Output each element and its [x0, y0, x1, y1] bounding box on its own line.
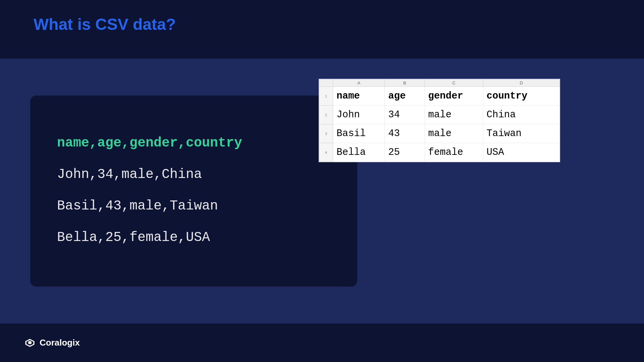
csv-row-3: Bella,25,female,USA — [57, 222, 330, 253]
csv-row-1: John,34,male,China — [57, 159, 330, 190]
cell: country — [483, 87, 559, 106]
cell: 34 — [385, 106, 425, 124]
table-row: 4 Bella 25 female USA — [319, 143, 560, 162]
cell: Taiwan — [483, 124, 559, 143]
csv-header-line: name,age,gender,country — [57, 127, 330, 159]
cell: male — [425, 106, 483, 124]
spreadsheet-view: A B C D 1 name age gender country 2 John… — [319, 79, 560, 162]
column-header-b: B — [385, 79, 425, 87]
slide-title: What is CSV data? — [34, 15, 610, 34]
column-header-d: D — [483, 79, 559, 87]
coralogix-icon — [24, 338, 36, 348]
cell: 43 — [385, 124, 425, 143]
cell: female — [425, 143, 483, 162]
column-header-a: A — [333, 79, 385, 87]
csv-row-2: Basil,43,male,Taiwan — [57, 190, 330, 222]
cell: Basil — [333, 124, 385, 143]
cell: John — [333, 106, 385, 124]
brand-logo: Coralogix — [24, 338, 80, 348]
cell: 25 — [385, 143, 425, 162]
table-row: 3 Basil 43 male Taiwan — [319, 124, 560, 143]
row-number: 4 — [319, 143, 333, 162]
table-row: 2 John 34 male China — [319, 106, 560, 124]
column-header-c: C — [425, 79, 483, 87]
cell: name — [333, 87, 385, 106]
row-number: 1 — [319, 87, 333, 106]
row-number: 3 — [319, 124, 333, 143]
slide-header: What is CSV data? — [0, 0, 644, 52]
code-panel: name,age,gender,country John,34,male,Chi… — [30, 96, 357, 287]
cell: USA — [483, 143, 559, 162]
column-header-row: A B C D — [319, 79, 560, 87]
cell: China — [483, 106, 559, 124]
cell: gender — [425, 87, 483, 106]
table-row: 1 name age gender country — [319, 87, 560, 106]
cell: male — [425, 124, 483, 143]
cell: age — [385, 87, 425, 106]
slide-footer: Coralogix — [0, 323, 644, 362]
brand-name: Coralogix — [40, 338, 80, 348]
content-area: name,age,gender,country John,34,male,Chi… — [0, 59, 644, 323]
corner-cell — [319, 79, 333, 87]
cell: Bella — [333, 143, 385, 162]
row-number: 2 — [319, 106, 333, 124]
